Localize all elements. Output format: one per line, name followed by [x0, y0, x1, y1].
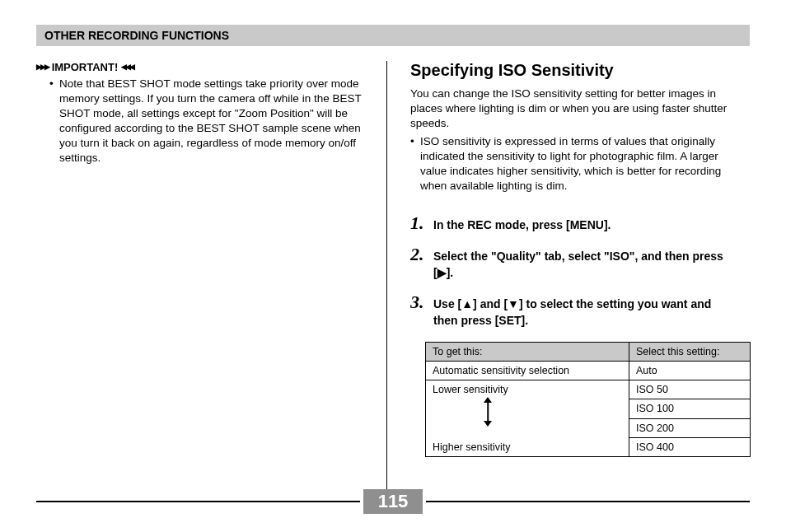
table-cell-iso: ISO 100 [629, 399, 751, 418]
step-item: 1. In the REC mode, press [MENU]. [410, 215, 737, 233]
footer-line-right [426, 501, 750, 502]
iso-bullet: • ISO sensitivity is expressed in terms … [410, 134, 737, 194]
footer-line-left [36, 501, 360, 502]
double-arrow-icon [471, 397, 504, 429]
important-body-text: Note that BEST SHOT mode settings take p… [59, 77, 370, 166]
important-bullet: • Note that BEST SHOT mode settings take… [36, 77, 370, 166]
important-heading: ▶▶▶ IMPORTANT! ◀◀◀ [36, 61, 370, 73]
iso-table: To get this: Select this setting: Automa… [425, 342, 751, 457]
table-header-right: Select this setting: [629, 343, 751, 362]
table-cell-iso: ISO 400 [629, 437, 751, 456]
right-column: Specifying ISO Sensitivity You can chang… [387, 61, 737, 506]
table-cell-auto-left: Automatic sensitivity selection [426, 362, 629, 380]
page-footer: 115 [36, 489, 750, 514]
triangle-left-icon: ◀◀◀ [121, 63, 133, 71]
step-number: 2. [410, 246, 433, 281]
higher-sensitivity-label: Higher sensitivity [433, 441, 510, 453]
important-label: IMPORTANT! [52, 61, 119, 73]
step-number: 1. [410, 215, 433, 233]
iso-intro-text: You can change the ISO sensitivity setti… [410, 86, 737, 131]
step-item: 2. Select the "Quality" tab, select "ISO… [410, 246, 737, 281]
step-text: In the REC mode, press [MENU]. [433, 215, 737, 233]
table-cell-sensitivity-range: Lower sensitivity Higher sensitivity [426, 380, 629, 457]
bullet-dot-icon: • [49, 77, 59, 166]
section-header-text: OTHER RECORDING FUNCTIONS [44, 29, 229, 42]
table-cell-iso: ISO 50 [629, 380, 751, 399]
step-text: Select the "Quality" tab, select "ISO", … [433, 246, 737, 281]
iso-heading: Specifying ISO Sensitivity [410, 61, 737, 80]
step-text: Use [▲] and [▼] to select the setting yo… [433, 294, 737, 329]
table-cell-iso: ISO 200 [629, 418, 751, 437]
bullet-dot-icon: • [410, 134, 420, 194]
lower-sensitivity-label: Lower sensitivity [433, 384, 508, 395]
steps-list: 1. In the REC mode, press [MENU]. 2. Sel… [410, 215, 737, 329]
section-header-bar: OTHER RECORDING FUNCTIONS [36, 25, 750, 46]
manual-page: OTHER RECORDING FUNCTIONS ▶▶▶ IMPORTANT!… [0, 0, 786, 532]
left-column: ▶▶▶ IMPORTANT! ◀◀◀ • Note that BEST SHOT… [36, 61, 386, 506]
triangle-right-icon: ▶▶▶ [36, 63, 49, 71]
step-number: 3. [410, 294, 433, 329]
iso-bullet-text: ISO sensitivity is expressed in terms of… [420, 134, 737, 194]
table-header-left: To get this: [426, 343, 629, 362]
step-item: 3. Use [▲] and [▼] to select the setting… [410, 294, 737, 329]
table-cell-auto-right: Auto [629, 362, 751, 380]
page-number-badge: 115 [363, 489, 423, 514]
two-column-layout: ▶▶▶ IMPORTANT! ◀◀◀ • Note that BEST SHOT… [36, 61, 750, 506]
